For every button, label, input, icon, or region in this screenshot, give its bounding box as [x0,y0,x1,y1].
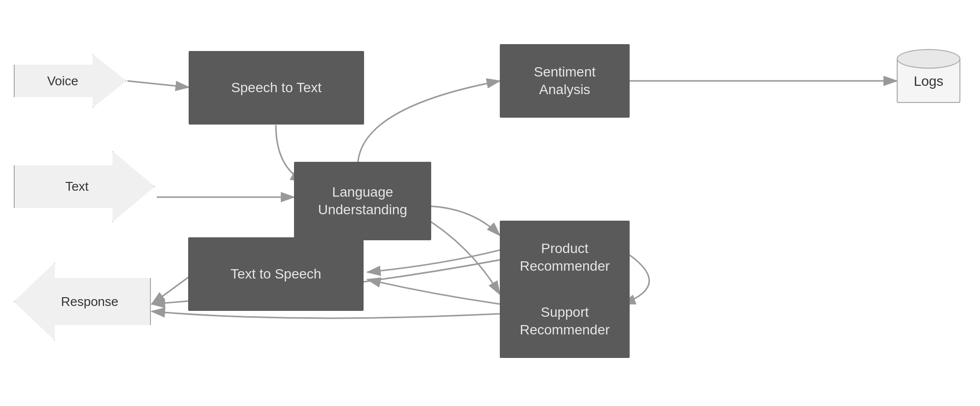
logs-node: Logs [897,49,960,108]
response-node: Response [14,262,151,341]
diagram: Voice Speech to Text Text Language Under… [0,0,980,406]
language-understanding-node: Language Understanding [294,162,431,240]
speech-to-text-node: Speech to Text [189,51,364,125]
arrows-svg [0,0,980,406]
support-recommender-node: Support Recommender [500,284,630,358]
text-to-speech-node: Text to Speech [188,237,364,311]
sentiment-analysis-node: Sentiment Analysis [500,44,630,118]
svg-line-2 [127,81,189,87]
text-node: Text [14,151,155,222]
product-recommender-node: Product Recommender [500,221,630,294]
voice-node: Voice [14,54,126,108]
svg-line-5 [152,277,189,304]
